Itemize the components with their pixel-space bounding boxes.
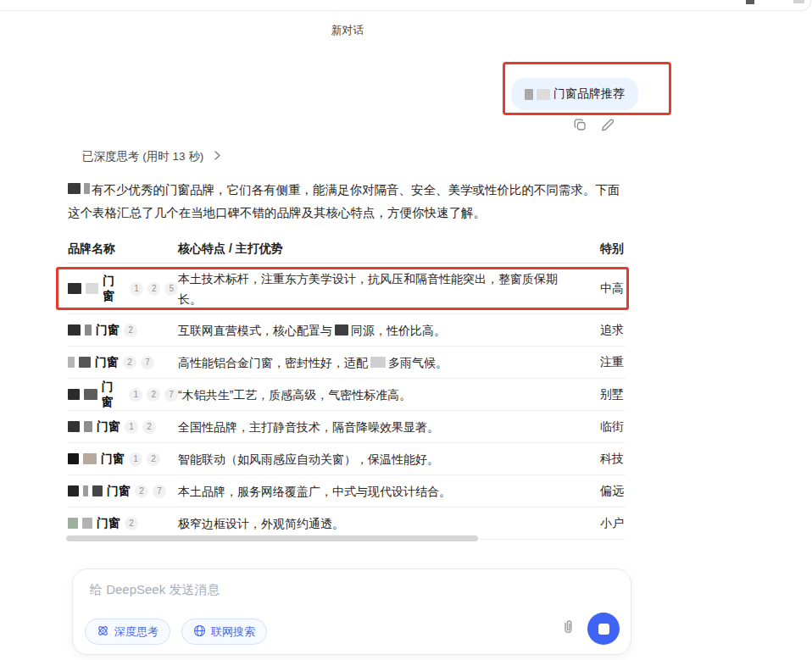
row-tail: 临街 <box>600 419 626 435</box>
stop-square-icon <box>598 624 609 635</box>
pencil-icon <box>600 118 615 132</box>
redaction-block <box>537 89 550 100</box>
user-message-bubble: 门窗品牌推荐 <box>511 78 638 110</box>
deep-thinking-label: 已深度思考 (用时 13 秒) <box>82 149 203 164</box>
redaction-block <box>86 283 99 294</box>
row-description: 全国性品牌，主打静音技术，隔音降噪效果显著。 <box>178 417 600 437</box>
brand-cell: 门窗12 <box>68 419 178 435</box>
citation-badge[interactable]: 7 <box>164 388 178 402</box>
table-row: 门窗12全国性品牌，主打静音技术，隔音降噪效果显著。临街 <box>68 411 626 443</box>
redaction-block <box>370 357 386 368</box>
brand-cell: 门窗125 <box>68 274 178 304</box>
redaction-block <box>68 183 81 194</box>
deepthink-label: 深度思考 <box>114 624 159 640</box>
brand-cell: 门窗2 <box>68 516 178 531</box>
redaction-block <box>79 357 91 368</box>
row-description: “木铝共生”工艺，质感高级，气密性标准高。 <box>178 385 600 405</box>
redaction-block <box>84 389 97 400</box>
row-description: 极窄边框设计，外观简约通透。 <box>178 513 600 534</box>
table-row: 门窗12智能联动（如风雨感应自动关窗），保温性能好。科技 <box>68 443 626 475</box>
table-row: 门窗125本土技术标杆，注重东方美学设计，抗风压和隔音性能突出，整窗质保期长。中… <box>68 263 626 314</box>
chevron-right-icon <box>214 150 221 164</box>
citation-badge[interactable]: 2 <box>123 356 136 369</box>
brand-cell: 门窗127 <box>68 380 178 410</box>
window-controls-fragment <box>746 0 754 4</box>
redaction-block <box>83 485 88 496</box>
redaction-block <box>68 453 79 464</box>
copy-button[interactable] <box>573 118 587 132</box>
redaction-block <box>68 283 81 294</box>
row-description: 高性能铝合金门窗，密封性好，适配多雨气候。 <box>178 352 600 373</box>
citation-badge[interactable]: 5 <box>164 282 178 296</box>
row-description: 本土品牌，服务网络覆盖广，中式与现代设计结合。 <box>178 481 600 502</box>
redaction-block <box>68 389 80 400</box>
brand-name: 门窗 <box>102 380 125 410</box>
table-row: 门窗2互联网直营模式，核心配置与同源，性价比高。追求 <box>68 314 626 347</box>
brand-name: 门窗 <box>103 274 125 304</box>
row-tail: 注重 <box>600 355 626 370</box>
citation-badge[interactable]: 1 <box>129 452 142 466</box>
redaction-block <box>68 518 78 529</box>
citation-badge[interactable]: 2 <box>147 388 160 402</box>
citation-badge[interactable]: 7 <box>153 485 166 498</box>
redaction-block <box>85 324 92 336</box>
copy-icon <box>573 118 587 132</box>
table-row: 门窗127“木铝共生”工艺，质感高级，气密性标准高。别墅 <box>68 379 626 411</box>
user-message-text: 门窗品牌推荐 <box>553 86 625 102</box>
window-controls-fragment <box>793 0 804 3</box>
citation-badge[interactable]: 2 <box>147 452 160 466</box>
citation-badge[interactable]: 7 <box>141 356 154 369</box>
message-composer: 给 DeepSeek 发送消息 深度思考 <box>72 568 631 655</box>
table-row: 门窗27本土品牌，服务网络覆盖广，中式与现代设计结合。偏远 <box>68 475 626 507</box>
brand-name: 门窗 <box>95 355 119 370</box>
citation-badge[interactable]: 2 <box>125 517 138 530</box>
table-header-row: 品牌名称 核心特点 / 主打优势 特别 <box>68 236 626 263</box>
redaction-block <box>68 357 75 368</box>
table-header-tail: 特别 <box>600 241 626 257</box>
redaction-block <box>68 421 80 432</box>
citation-badge[interactable]: 1 <box>125 420 138 434</box>
edit-button[interactable] <box>600 118 615 132</box>
redaction-block <box>84 421 92 432</box>
brand-cell: 门窗2 <box>68 323 178 338</box>
redaction-block <box>82 518 92 529</box>
brand-cell: 门窗12 <box>68 452 178 467</box>
table-row: 门窗27高性能铝合金门窗，密封性好，适配多雨气候。注重 <box>68 347 626 379</box>
row-description: 智能联动（如风雨感应自动关窗），保温性能好。 <box>178 449 600 469</box>
table-header-brand: 品牌名称 <box>68 241 178 257</box>
table-horizontal-scrollbar[interactable] <box>66 535 478 541</box>
citation-badge[interactable]: 2 <box>142 420 156 434</box>
stop-generating-button[interactable] <box>587 613 620 645</box>
brand-name: 门窗 <box>97 516 120 531</box>
attach-button[interactable] <box>560 619 576 639</box>
web-search-button[interactable]: 联网搜索 <box>181 618 267 645</box>
assistant-paragraph-text: 有不少优秀的门窗品牌，它们各有侧重，能满足你对隔音、安全、美学或性价比的不同需求… <box>68 183 620 219</box>
citation-badge[interactable]: 2 <box>147 282 161 296</box>
brand-cell: 门窗27 <box>68 484 178 499</box>
top-divider <box>0 0 797 11</box>
citation-badge[interactable]: 1 <box>129 388 142 402</box>
row-tail: 科技 <box>600 452 626 467</box>
row-description: 互联网直营模式，核心配置与同源，性价比高。 <box>178 320 600 341</box>
redaction-block <box>83 453 97 464</box>
deep-thinking-toggle[interactable]: 已深度思考 (用时 13 秒) <box>82 149 221 164</box>
brand-cell: 门窗27 <box>68 355 178 370</box>
brand-name: 门窗 <box>101 452 125 467</box>
citation-badge[interactable]: 2 <box>124 324 137 337</box>
row-tail: 别墅 <box>600 387 626 402</box>
deepthink-atom-icon <box>97 624 109 640</box>
table-header-features: 核心特点 / 主打优势 <box>178 241 600 257</box>
row-tail: 中高 <box>600 281 626 297</box>
page-title: 新对话 <box>68 23 627 38</box>
row-tail: 小户 <box>600 516 626 531</box>
assistant-paragraph: 有不少优秀的门窗品牌，它们各有侧重，能满足你对隔音、安全、美学或性价比的不同需求… <box>68 179 626 225</box>
citation-badge[interactable]: 1 <box>130 282 143 296</box>
paperclip-icon <box>560 619 576 639</box>
redaction-block <box>525 89 533 100</box>
message-input[interactable]: 给 DeepSeek 发送消息 <box>90 582 220 598</box>
row-tail: 偏远 <box>600 484 626 499</box>
table-body: 门窗125本土技术标杆，注重东方美学设计，抗风压和隔音性能突出，整窗质保期长。中… <box>68 263 626 540</box>
citation-badge[interactable]: 2 <box>135 485 148 498</box>
brand-table: 品牌名称 核心特点 / 主打优势 特别 门窗125本土技术标杆，注重东方美学设计… <box>68 236 626 540</box>
deepthink-button[interactable]: 深度思考 <box>85 618 170 645</box>
